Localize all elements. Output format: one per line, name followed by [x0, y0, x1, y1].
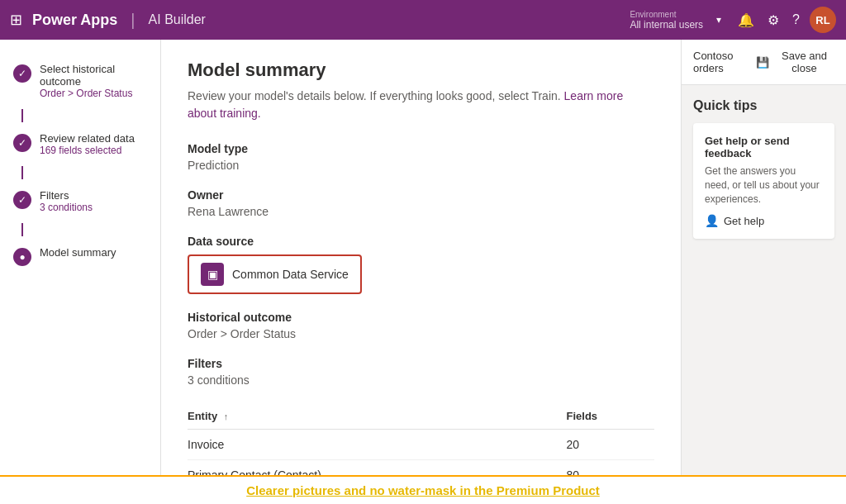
avatar[interactable]: RL — [810, 7, 836, 33]
sidebar-text-1: Select historical outcome Order > Order … — [40, 63, 147, 99]
sidebar-connector-3 — [21, 223, 23, 236]
nav-sub-label: AI Builder — [149, 12, 206, 27]
sidebar-text-3: Filters 3 conditions — [40, 189, 93, 213]
page-title: Model summary — [188, 59, 654, 81]
sidebar-text-2: Review related data 169 fields selected — [40, 132, 135, 156]
sidebar-icon-3: ✓ — [13, 191, 31, 209]
section-model-type: Model type Prediction — [188, 142, 654, 172]
brand-label: Power Apps — [32, 12, 117, 29]
get-help-label: Get help — [724, 215, 764, 227]
sidebar-text-4: Model summary — [40, 246, 116, 259]
grid-icon[interactable]: ⊞ — [10, 11, 22, 29]
sidebar-item-review-related[interactable]: ✓ Review related data 169 fields selecte… — [0, 126, 160, 163]
get-help-icon: 👤 — [705, 214, 719, 227]
filters-value: 3 conditions — [188, 373, 654, 387]
data-source-label: Data source — [188, 235, 654, 248]
main-layout: ✓ Select historical outcome Order > Orde… — [0, 40, 846, 504]
data-source-name: Common Data Service — [232, 268, 349, 281]
section-owner: Owner Rena Lawrence — [188, 188, 654, 218]
save-close-label: Save and close — [774, 50, 834, 74]
help-icon[interactable]: ? — [792, 12, 800, 28]
bell-icon[interactable]: 🔔 — [738, 12, 754, 28]
owner-label: Owner — [188, 188, 654, 202]
owner-value: Rena Lawrence — [188, 205, 654, 218]
save-close-icon: 💾 — [756, 56, 769, 69]
quick-tips-card-title: Get help or send feedback — [705, 135, 823, 159]
section-filters: Filters 3 conditions — [188, 357, 654, 387]
sidebar-item-select-historical[interactable]: ✓ Select historical outcome Order > Orde… — [0, 56, 160, 106]
section-historical-outcome: Historical outcome Order > Order Status — [188, 311, 654, 340]
top-navigation: ⊞ Power Apps | AI Builder Environment Al… — [0, 0, 846, 40]
sidebar-title-4: Model summary — [40, 246, 116, 259]
sidebar-icon-2: ✓ — [13, 134, 31, 152]
sidebar-icon-4: ● — [13, 248, 31, 266]
sidebar-sub-2: 169 fields selected — [40, 145, 135, 156]
page-desc-text: Review your model's details below. If ev… — [188, 89, 561, 102]
table-row: Invoice 20 — [188, 430, 654, 460]
nav-icons: 🔔 ⚙ ? — [738, 12, 800, 28]
quick-tips-card: Get help or send feedback Get the answer… — [693, 123, 834, 239]
right-panel: Contoso orders 💾 Save and close Quick ti… — [681, 40, 846, 504]
page-description: Review your model's details below. If ev… — [188, 88, 654, 122]
sidebar-title-2: Review related data — [40, 132, 135, 145]
quick-tips-title: Quick tips — [693, 98, 834, 113]
sidebar-sub-1: Order > Order Status — [40, 88, 147, 99]
contoso-label: Contoso orders — [693, 50, 756, 74]
sidebar-item-model-summary[interactable]: ● Model summary — [0, 240, 160, 273]
sidebar-title-1: Select historical outcome — [40, 63, 147, 88]
watermark-bar: Clearer pictures and no water-mask in th… — [0, 475, 846, 504]
sidebar-connector-1 — [21, 109, 23, 122]
entity-invoice: Invoice — [188, 430, 567, 460]
watermark-text: Clearer pictures and no water-mask in th… — [246, 483, 600, 497]
get-help-link[interactable]: 👤 Get help — [705, 214, 823, 227]
quick-tips-section: Quick tips Get help or send feedback Get… — [682, 85, 846, 252]
quick-tips-card-desc: Get the answers you need, or tell us abo… — [705, 164, 823, 206]
sidebar-item-filters[interactable]: ✓ Filters 3 conditions — [0, 183, 160, 220]
model-type-label: Model type — [188, 142, 654, 155]
settings-icon[interactable]: ⚙ — [768, 12, 779, 28]
historical-outcome-label: Historical outcome — [188, 311, 654, 324]
environment-selector[interactable]: Environment All internal users — [630, 10, 703, 31]
fields-col-header: Fields — [567, 403, 654, 430]
historical-outcome-value: Order > Order Status — [188, 327, 654, 340]
environment-value: All internal users — [630, 19, 703, 31]
sidebar-connector-2 — [21, 166, 23, 179]
save-and-close-button[interactable]: 💾 Save and close — [756, 50, 834, 74]
data-source-box[interactable]: ▣ Common Data Service — [188, 254, 362, 294]
environment-label: Environment — [630, 10, 703, 19]
sidebar-title-3: Filters — [40, 189, 93, 202]
main-content: Model summary Review your model's detail… — [161, 40, 681, 504]
entity-col-header[interactable]: Entity ↑ — [188, 403, 567, 430]
sidebar-sub-3: 3 conditions — [40, 202, 93, 213]
sidebar-icon-1: ✓ — [13, 64, 31, 83]
entity-sort-icon: ↑ — [224, 411, 229, 421]
environment-chevron[interactable]: ▾ — [716, 14, 721, 26]
nav-separator: | — [131, 11, 135, 30]
filters-label: Filters — [188, 357, 654, 370]
section-data-source: Data source ▣ Common Data Service — [188, 235, 654, 294]
data-source-icon: ▣ — [201, 263, 224, 286]
fields-invoice: 20 — [567, 430, 654, 460]
right-panel-header: Contoso orders 💾 Save and close — [682, 40, 846, 85]
model-type-value: Prediction — [188, 159, 654, 172]
sidebar: ✓ Select historical outcome Order > Orde… — [0, 40, 161, 504]
